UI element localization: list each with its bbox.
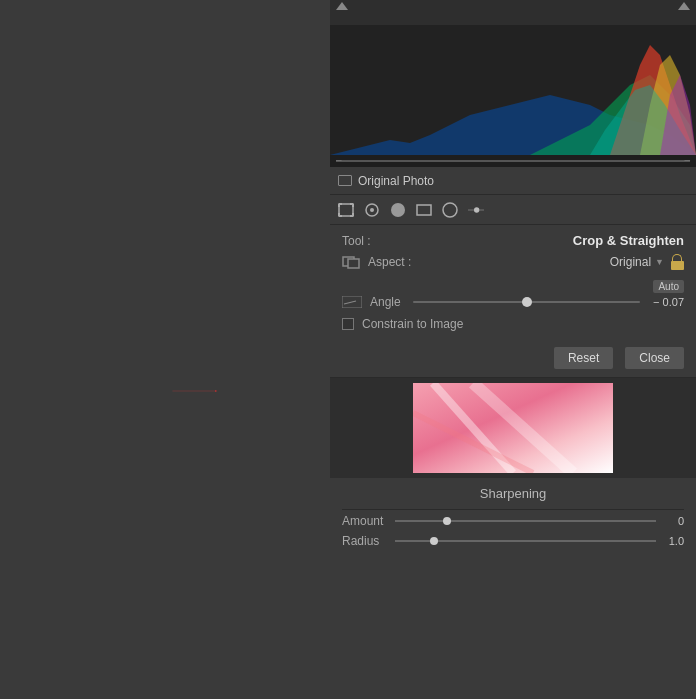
radius-row: Radius 1.0 <box>342 534 684 548</box>
aspect-row: Aspect : Original ▼ <box>342 254 684 270</box>
angle-thumb[interactable] <box>522 297 532 307</box>
tool-label: Tool : <box>342 234 371 248</box>
constrain-row: Constrain to Image <box>342 317 684 331</box>
constrain-checkbox[interactable] <box>342 318 354 330</box>
aspect-right: Original ▼ <box>610 254 684 270</box>
aspect-crop-icon <box>342 254 360 270</box>
angle-label: Angle <box>370 295 405 309</box>
svg-point-18 <box>474 207 479 212</box>
aspect-left: Aspect : <box>342 254 411 270</box>
tools-toolbar <box>330 195 696 225</box>
svg-rect-15 <box>417 205 431 215</box>
auto-row: Auto <box>342 280 684 293</box>
histogram-slider-bar <box>330 155 696 167</box>
radius-label: Radius <box>342 534 387 548</box>
histogram-section <box>330 0 696 155</box>
angle-section: Auto Angle − 0.07 <box>342 280 684 309</box>
svg-rect-3 <box>339 204 353 216</box>
spot-removal-icon[interactable] <box>364 202 380 218</box>
angle-tool-icon <box>342 296 362 308</box>
amount-thumb[interactable] <box>443 517 451 525</box>
sharpening-title: Sharpening <box>342 486 684 501</box>
sharpening-section: Sharpening Amount 0 Radius 1.0 <box>330 478 696 699</box>
reset-button[interactable]: Reset <box>554 347 613 369</box>
dropdown-arrow-icon: ▼ <box>655 257 664 267</box>
histogram-slider-track[interactable] <box>336 160 690 162</box>
graduated-filter-icon[interactable] <box>416 202 432 218</box>
red-arrow <box>60 390 330 392</box>
close-button[interactable]: Close <box>625 347 684 369</box>
radius-value: 1.0 <box>664 535 684 547</box>
lock-top <box>672 254 682 261</box>
svg-line-22 <box>344 301 356 304</box>
histogram-arrows <box>330 0 696 12</box>
lock-icon[interactable] <box>670 254 684 270</box>
angle-value: − 0.07 <box>648 296 684 308</box>
angle-row: Angle − 0.07 <box>342 295 684 309</box>
button-row: Reset Close <box>342 343 684 369</box>
crop-tool-icon[interactable] <box>338 202 354 218</box>
constrain-label: Constrain to Image <box>362 317 463 331</box>
svg-marker-1 <box>215 390 218 392</box>
original-photo-label: Original Photo <box>358 174 434 188</box>
separator <box>342 509 684 510</box>
right-panel: Original Photo <box>330 0 696 699</box>
svg-point-14 <box>391 203 405 217</box>
adjustment-brush-icon[interactable] <box>468 202 484 218</box>
svg-point-16 <box>443 203 457 217</box>
radius-slider[interactable] <box>395 540 656 542</box>
svg-rect-20 <box>348 259 359 268</box>
angle-slider[interactable] <box>413 301 640 303</box>
photo-icon <box>338 175 352 186</box>
aspect-label: Aspect : <box>368 255 411 269</box>
highlight-clipping-icon[interactable] <box>678 2 690 10</box>
aspect-dropdown[interactable]: Original ▼ <box>610 255 664 269</box>
aspect-value: Original <box>610 255 651 269</box>
preview-image <box>413 383 613 473</box>
original-photo-bar: Original Photo <box>330 167 696 195</box>
radial-filter-icon[interactable] <box>442 202 458 218</box>
amount-label: Amount <box>342 514 387 528</box>
preview-section <box>330 378 696 478</box>
tool-row: Tool : Crop & Straighten <box>342 233 684 248</box>
lock-body <box>671 261 684 270</box>
shadow-clipping-icon[interactable] <box>336 2 348 10</box>
amount-slider[interactable] <box>395 520 656 522</box>
histogram-chart <box>330 25 696 155</box>
amount-value: 0 <box>664 515 684 527</box>
auto-badge: Auto <box>653 280 684 293</box>
tool-value: Crop & Straighten <box>573 233 684 248</box>
radius-thumb[interactable] <box>430 537 438 545</box>
crop-tool-panel: Tool : Crop & Straighten Aspect : Origin… <box>330 225 696 378</box>
svg-point-13 <box>370 208 374 212</box>
left-panel <box>0 0 330 699</box>
amount-row: Amount 0 <box>342 514 684 528</box>
redeye-icon[interactable] <box>390 202 406 218</box>
